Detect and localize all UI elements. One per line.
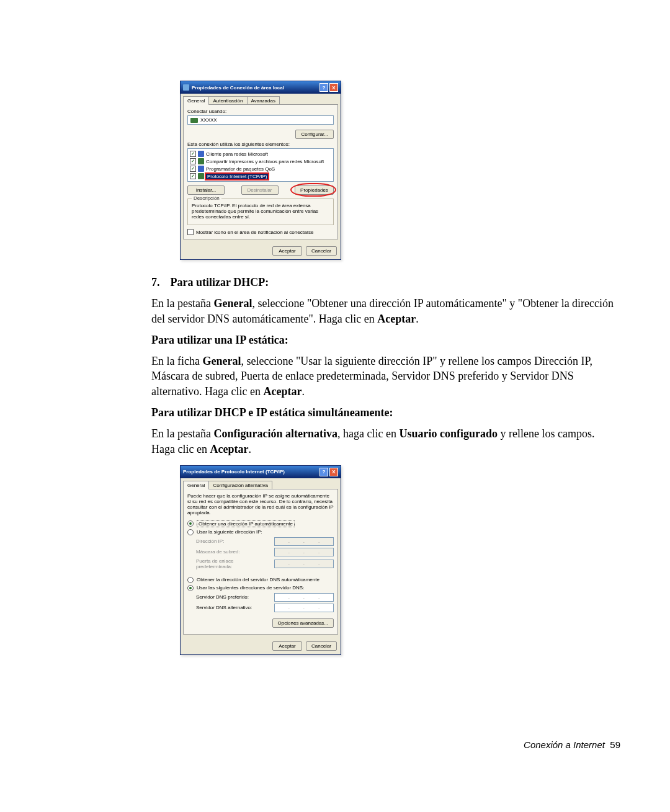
uninstall-button[interactable]: Desinstalar (241, 185, 279, 195)
client-icon (198, 151, 204, 157)
adapter-name: XXXXX (200, 117, 217, 123)
ok-button[interactable]: Aceptar (272, 641, 302, 651)
static-heading: Para utilizar una IP estática: (151, 334, 288, 346)
show-icon-checkbox[interactable]: ✓ Mostrar icono en el área de notificaci… (187, 229, 313, 235)
text: , haga clic en (337, 427, 399, 440)
description-label: Descripción (192, 195, 221, 201)
radio-label: Obtener una dirección IP automáticamente (197, 520, 295, 527)
elements-label: Esta conexión utiliza los siguientes ele… (187, 141, 334, 147)
dialog-footer: Aceptar Cancelar (181, 638, 341, 654)
text: . (248, 443, 251, 455)
adapter-field[interactable]: XXXXX (187, 115, 334, 125)
dialog-icon (183, 84, 189, 91)
dhcp-paragraph: En la pestaña General, seleccione "Obten… (151, 296, 620, 326)
share-icon (198, 158, 204, 164)
description-group: Descripción Protocolo TCP/IP. El protoco… (187, 199, 334, 225)
description-text: Protocolo TCP/IP. El protocolo de red de… (192, 202, 329, 221)
tab-advanced[interactable]: Avanzadas (247, 96, 280, 105)
titlebar: Propiedades de Protocolo Internet (TCP/I… (181, 466, 341, 478)
radio-icon[interactable] (187, 585, 194, 591)
list-item[interactable]: ✓ Programador de paquetes QoS (189, 165, 332, 172)
list-item-label: Compartir impresoras y archivos para red… (206, 159, 324, 164)
checkbox-icon[interactable]: ✓ (190, 173, 196, 179)
tab-general[interactable]: General (183, 481, 209, 489)
text: Usuario configurado (399, 427, 498, 440)
ok-button[interactable]: Aceptar (272, 246, 302, 256)
static-paragraph: En la ficha General, seleccione "Usar la… (151, 354, 620, 399)
text: Configuración alternativa (213, 427, 337, 440)
radio-label: Usar la siguiente dirección IP: (197, 529, 262, 535)
install-button[interactable]: Instalar... (187, 185, 225, 195)
list-item[interactable]: ✓ Cliente para redes Microsoft (189, 150, 332, 158)
qos-icon (198, 166, 204, 172)
dns-alternate-field[interactable]: ... (274, 604, 334, 612)
checkbox-icon[interactable]: ✓ (190, 151, 196, 157)
configure-button[interactable]: Configurar... (295, 130, 334, 139)
radio-label: Obtener la dirección del servidor DNS au… (197, 577, 319, 582)
text: Aceptar (263, 385, 302, 398)
ip-address-label: Dirección IP: (196, 538, 270, 544)
tab-authentication[interactable]: Autenticación (208, 96, 247, 105)
text: En la pestaña (151, 297, 213, 310)
list-item[interactable]: ✓ Protocolo Internet (TCP/IP) (189, 172, 332, 180)
connect-using-label: Conectar usando: (187, 109, 334, 114)
radio-icon[interactable] (187, 520, 194, 527)
dialog-title: Propiedades de Protocolo Internet (TCP/I… (183, 469, 285, 475)
tab-general[interactable]: General (183, 96, 209, 105)
cancel-button[interactable]: Cancelar (306, 641, 337, 651)
radio-use-static-dns[interactable]: Usar las siguientes direcciones de servi… (187, 585, 334, 591)
dns-preferred-field[interactable]: ... (274, 593, 334, 602)
page-footer: Conexión a Internet 59 (524, 739, 620, 750)
close-button[interactable]: X (329, 83, 338, 92)
dialog-title: Propiedades de Conexión de área local (192, 85, 284, 91)
show-icon-label: Mostrar icono en el área de notificación… (196, 230, 313, 235)
text: . (302, 385, 305, 398)
text: En la pestaña (151, 427, 213, 440)
tab-alternate-config[interactable]: Configuración alternativa (208, 481, 272, 489)
checkbox-icon[interactable]: ✓ (190, 158, 196, 164)
both-paragraph: En la pestaña Configuración alternativa,… (151, 426, 620, 457)
help-button[interactable]: ? (319, 83, 328, 92)
dns-alternate-label: Servidor DNS alternativo: (196, 605, 270, 610)
text: En la ficha (151, 355, 202, 367)
intro-text: Puede hacer que la configuración IP se a… (187, 493, 334, 515)
close-button[interactable]: X (329, 468, 338, 476)
text: General (202, 355, 241, 367)
ip-address-field: ... (274, 537, 334, 546)
checkbox-icon[interactable]: ✓ (187, 229, 194, 235)
page-number: 59 (610, 739, 620, 750)
radio-obtain-dns-auto[interactable]: Obtener la dirección del servidor DNS au… (187, 577, 334, 583)
tab-body: Conectar usando: XXXXX Configurar... Est… (183, 104, 338, 239)
cancel-button[interactable]: Cancelar (306, 246, 337, 256)
text: General (213, 297, 252, 310)
gateway-label: Puerta de enlace predeterminada: (196, 558, 270, 569)
text: Aceptar (377, 313, 416, 325)
nic-icon (190, 118, 198, 123)
list-item-label: Protocolo Internet (TCP/IP) (206, 174, 268, 179)
list-item-label: Programador de paquetes QoS (206, 166, 275, 172)
radio-icon[interactable] (187, 577, 194, 583)
tcpip-properties-dialog: Propiedades de Protocolo Internet (TCP/I… (180, 465, 341, 655)
help-button[interactable]: ? (319, 468, 328, 476)
tab-body: Puede hacer que la configuración IP se a… (183, 489, 338, 635)
components-list[interactable]: ✓ Cliente para redes Microsoft ✓ Compart… (187, 148, 334, 182)
dhcp-heading: Para utilizar DHCP: (171, 276, 269, 288)
advanced-options-button[interactable]: Opciones avanzadas... (272, 618, 334, 628)
properties-button[interactable]: Propiedades (295, 185, 334, 195)
list-item[interactable]: ✓ Compartir impresoras y archivos para r… (189, 158, 332, 165)
footer-text: Conexión a Internet (524, 739, 605, 750)
list-item-label: Cliente para redes Microsoft (206, 151, 268, 157)
radio-label: Usar las siguientes direcciones de servi… (197, 585, 304, 591)
tabstrip: General Autenticación Avanzadas (181, 94, 341, 105)
checkbox-icon[interactable]: ✓ (190, 166, 196, 172)
both-heading: Para utilizar DHCP e IP estática simultá… (151, 406, 393, 419)
lan-properties-dialog: Propiedades de Conexión de área local ? … (180, 81, 341, 260)
dns-preferred-label: Servidor DNS preferido: (196, 594, 270, 600)
subnet-mask-field: ... (274, 548, 334, 556)
text: . (416, 313, 419, 325)
radio-icon[interactable] (187, 529, 194, 535)
radio-obtain-ip-auto[interactable]: Obtener una dirección IP automáticamente (187, 520, 334, 527)
radio-use-static-ip[interactable]: Usar la siguiente dirección IP: (187, 529, 334, 535)
titlebar: Propiedades de Conexión de área local ? … (181, 81, 341, 94)
tcpip-icon (198, 173, 204, 179)
